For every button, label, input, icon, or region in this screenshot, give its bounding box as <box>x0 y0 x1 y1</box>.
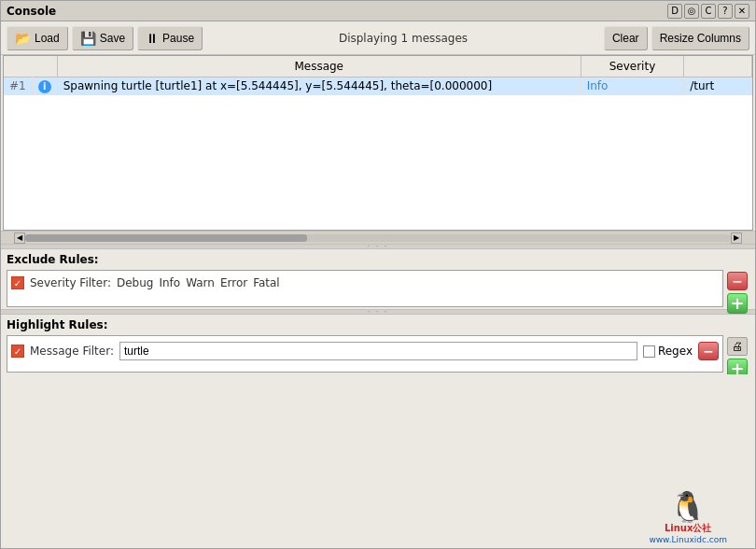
highlight-rules-list: ✓ Message Filter: Regex − <box>7 335 723 373</box>
load-label: Load <box>35 32 60 45</box>
highlight-rule-checkbox[interactable]: ✓ <box>11 345 24 358</box>
title-icon-circle[interactable]: ◎ <box>684 4 699 19</box>
watermark-brand: Linux公社 <box>665 522 712 535</box>
message-table: Message Severity #1 i Spawning turtle [t… <box>4 56 752 95</box>
row-icon-cell: i <box>32 77 57 95</box>
info-icon: i <box>38 80 51 93</box>
minus-icon: − <box>732 274 743 289</box>
clear-label: Clear <box>612 32 639 45</box>
highlight-rule-label: Message Filter: <box>30 345 114 358</box>
highlight-checkbox-check: ✓ <box>14 346 21 357</box>
filter-tags: Debug Info Warn Error Fatal <box>117 276 280 289</box>
resize-columns-button[interactable]: Resize Columns <box>651 26 749 50</box>
pause-button[interactable]: ⏸ Pause <box>137 26 203 50</box>
save-icon: 💾 <box>80 31 96 46</box>
watermark-url: www.Linuxidc.com <box>649 535 727 544</box>
console-window: Console D ◎ C ? ✕ 📂 Load 💾 Save ⏸ Pause … <box>0 0 756 549</box>
toolbar: 📂 Load 💾 Save ⏸ Pause Displaying 1 messa… <box>1 21 755 55</box>
filter-tag-error: Error <box>220 276 247 289</box>
scroll-right-arrow[interactable]: ▶ <box>731 232 742 244</box>
print-icon: 🖨 <box>732 340 743 353</box>
row-source: /turt <box>684 77 752 95</box>
exclude-rule-checkbox[interactable]: ✓ <box>11 276 24 289</box>
highlight-rule-remove-button[interactable]: − <box>698 342 719 360</box>
filter-tag-warn: Warn <box>186 276 215 289</box>
title-bar-icons: D ◎ C ? ✕ <box>667 4 749 19</box>
scroll-left-arrow[interactable]: ◀ <box>14 232 25 244</box>
exclude-rules-section: Exclude Rules: ✓ Severity Filter: Debug … <box>1 249 755 309</box>
title-icon-c[interactable]: C <box>701 4 716 19</box>
save-button[interactable]: 💾 Save <box>72 26 133 50</box>
highlight-rules-section: Highlight Rules: ✓ Message Filter: Regex… <box>1 315 755 374</box>
exclude-rules-list: ✓ Severity Filter: Debug Info Warn Error… <box>7 270 723 307</box>
title-bar: Console D ◎ C ? ✕ <box>1 1 755 21</box>
exclude-rule-remove-button[interactable]: − <box>727 272 748 290</box>
scroll-thumb <box>25 234 307 242</box>
message-filter-input[interactable] <box>119 342 637 360</box>
col-header-message: Message <box>57 56 581 77</box>
filter-tag-info: Info <box>159 276 180 289</box>
tux-icon: 🐧 <box>669 492 707 522</box>
print-button[interactable]: 🖨 <box>727 337 748 356</box>
title-icon-help[interactable]: ? <box>718 4 733 19</box>
plus-icon: + <box>730 295 744 312</box>
highlight-rules-title: Highlight Rules: <box>7 318 749 331</box>
info-icon-letter: i <box>43 81 46 92</box>
filter-tag-fatal: Fatal <box>253 276 280 289</box>
row-num: #1 <box>4 77 32 95</box>
watermark: 🐧 Linux公社 www.Linuxidc.com <box>649 492 727 544</box>
pause-label: Pause <box>162 32 194 45</box>
load-button[interactable]: 📂 Load <box>7 26 68 50</box>
scroll-track[interactable] <box>25 234 731 242</box>
regex-checkbox[interactable] <box>643 345 655 358</box>
pause-icon: ⏸ <box>146 31 159 46</box>
col-header-severity: Severity <box>581 56 684 77</box>
load-icon: 📂 <box>15 31 31 46</box>
exclude-rule-label: Severity Filter: <box>30 276 111 289</box>
displaying-text: Displaying 1 messages <box>206 32 600 45</box>
regex-label: Regex <box>658 345 693 358</box>
row-severity: Info <box>581 77 684 95</box>
resize-columns-label: Resize Columns <box>660 32 741 45</box>
col-header-num <box>4 56 57 77</box>
window-title: Console <box>7 5 56 18</box>
close-icon[interactable]: ✕ <box>735 4 749 19</box>
table-row[interactable]: #1 i Spawning turtle [turtle1] at x=[5.5… <box>4 77 752 95</box>
title-icon-d[interactable]: D <box>667 4 682 19</box>
highlight-rule-row: ✓ Message Filter: Regex − <box>11 340 719 362</box>
regex-area: Regex <box>643 345 693 358</box>
save-label: Save <box>100 32 125 45</box>
message-table-container: Message Severity #1 i Spawning turtle [t… <box>3 55 753 231</box>
exclude-rule-add-button[interactable]: + <box>727 293 748 314</box>
row-message: Spawning turtle [turtle1] at x=[5.544445… <box>57 77 581 95</box>
exclude-rule-row: ✓ Severity Filter: Debug Info Warn Error… <box>11 274 719 291</box>
table-header-row: Message Severity <box>4 56 752 77</box>
checkbox-check: ✓ <box>14 278 21 289</box>
exclude-rules-title: Exclude Rules: <box>7 253 749 266</box>
col-header-source <box>684 56 752 77</box>
highlight-minus-icon: − <box>703 344 714 359</box>
clear-button[interactable]: Clear <box>604 26 648 50</box>
filter-tag-debug: Debug <box>117 276 153 289</box>
